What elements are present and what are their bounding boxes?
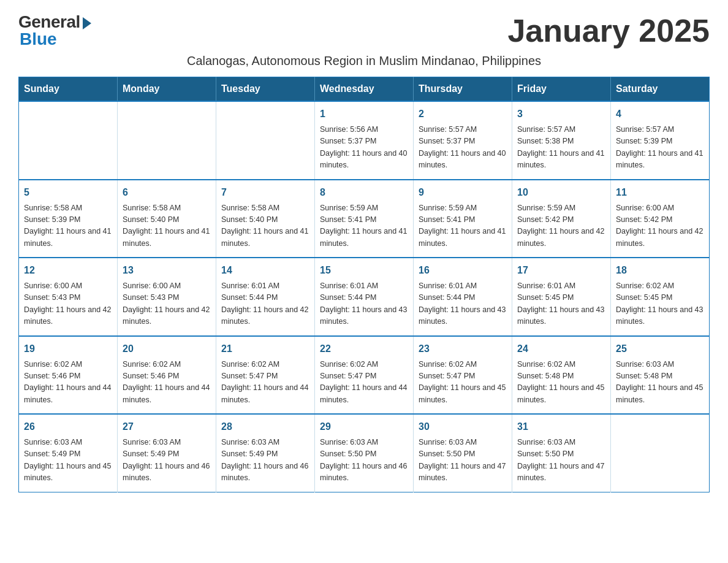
logo-arrow-icon bbox=[83, 17, 91, 29]
day-info: Sunrise: 6:03 AM Sunset: 5:49 PM Dayligh… bbox=[221, 437, 309, 484]
day-number: 14 bbox=[221, 263, 309, 278]
day-info: Sunrise: 6:03 AM Sunset: 5:49 PM Dayligh… bbox=[24, 437, 112, 484]
calendar-cell bbox=[611, 414, 710, 492]
day-number: 13 bbox=[123, 263, 211, 278]
calendar-cell: 28Sunrise: 6:03 AM Sunset: 5:49 PM Dayli… bbox=[216, 414, 315, 492]
day-info: Sunrise: 6:03 AM Sunset: 5:48 PM Dayligh… bbox=[616, 359, 704, 407]
calendar-week-3: 12Sunrise: 6:00 AM Sunset: 5:43 PM Dayli… bbox=[19, 258, 710, 336]
day-info: Sunrise: 5:57 AM Sunset: 5:39 PM Dayligh… bbox=[616, 124, 704, 172]
calendar-table: SundayMondayTuesdayWednesdayThursdayFrid… bbox=[18, 77, 710, 492]
calendar-cell: 5Sunrise: 5:58 AM Sunset: 5:39 PM Daylig… bbox=[19, 180, 118, 258]
calendar-week-4: 19Sunrise: 6:02 AM Sunset: 5:46 PM Dayli… bbox=[19, 336, 710, 415]
day-number: 10 bbox=[517, 185, 605, 200]
day-number: 6 bbox=[123, 185, 211, 200]
header-day-thursday: Thursday bbox=[414, 77, 512, 102]
day-number: 31 bbox=[517, 419, 605, 434]
day-info: Sunrise: 5:58 AM Sunset: 5:40 PM Dayligh… bbox=[123, 202, 211, 250]
day-number: 18 bbox=[616, 263, 704, 278]
day-info: Sunrise: 5:59 AM Sunset: 5:41 PM Dayligh… bbox=[320, 202, 408, 250]
page-title: January 2025 bbox=[507, 12, 710, 49]
day-info: Sunrise: 5:58 AM Sunset: 5:40 PM Dayligh… bbox=[221, 202, 309, 250]
header-day-friday: Friday bbox=[512, 77, 611, 102]
calendar-cell: 13Sunrise: 6:00 AM Sunset: 5:43 PM Dayli… bbox=[118, 258, 216, 336]
day-info: Sunrise: 6:01 AM Sunset: 5:44 PM Dayligh… bbox=[221, 280, 309, 328]
day-info: Sunrise: 6:03 AM Sunset: 5:49 PM Dayligh… bbox=[123, 437, 211, 484]
day-info: Sunrise: 6:02 AM Sunset: 5:46 PM Dayligh… bbox=[24, 359, 112, 407]
calendar-cell: 10Sunrise: 5:59 AM Sunset: 5:42 PM Dayli… bbox=[512, 180, 611, 258]
subtitle: Calanogas, Autonomous Region in Muslim M… bbox=[18, 54, 710, 68]
day-info: Sunrise: 6:01 AM Sunset: 5:44 PM Dayligh… bbox=[419, 280, 507, 328]
day-number: 11 bbox=[616, 185, 704, 200]
day-info: Sunrise: 5:56 AM Sunset: 5:37 PM Dayligh… bbox=[320, 124, 408, 172]
header-day-wednesday: Wednesday bbox=[315, 77, 414, 102]
day-number: 29 bbox=[320, 419, 408, 434]
day-number: 24 bbox=[517, 342, 605, 356]
day-number: 30 bbox=[419, 419, 507, 434]
day-number: 25 bbox=[616, 342, 704, 356]
day-info: Sunrise: 6:00 AM Sunset: 5:43 PM Dayligh… bbox=[24, 280, 112, 328]
day-number: 26 bbox=[24, 419, 112, 434]
header-day-tuesday: Tuesday bbox=[216, 77, 315, 102]
day-number: 5 bbox=[24, 185, 112, 200]
day-info: Sunrise: 6:02 AM Sunset: 5:48 PM Dayligh… bbox=[517, 359, 605, 407]
day-info: Sunrise: 6:02 AM Sunset: 5:46 PM Dayligh… bbox=[123, 359, 211, 407]
day-number: 19 bbox=[24, 342, 112, 356]
calendar-cell: 8Sunrise: 5:59 AM Sunset: 5:41 PM Daylig… bbox=[315, 180, 414, 258]
day-number: 8 bbox=[320, 185, 408, 200]
day-info: Sunrise: 5:59 AM Sunset: 5:41 PM Dayligh… bbox=[419, 202, 507, 250]
calendar-cell: 17Sunrise: 6:01 AM Sunset: 5:45 PM Dayli… bbox=[512, 258, 611, 336]
calendar-cell: 26Sunrise: 6:03 AM Sunset: 5:49 PM Dayli… bbox=[19, 414, 118, 492]
calendar-week-2: 5Sunrise: 5:58 AM Sunset: 5:39 PM Daylig… bbox=[19, 180, 710, 258]
day-number: 15 bbox=[320, 263, 408, 278]
calendar-cell: 14Sunrise: 6:01 AM Sunset: 5:44 PM Dayli… bbox=[216, 258, 315, 336]
day-number: 4 bbox=[616, 107, 704, 121]
day-info: Sunrise: 6:02 AM Sunset: 5:45 PM Dayligh… bbox=[616, 280, 704, 328]
day-info: Sunrise: 5:57 AM Sunset: 5:37 PM Dayligh… bbox=[419, 124, 507, 172]
calendar-cell: 11Sunrise: 6:00 AM Sunset: 5:42 PM Dayli… bbox=[611, 180, 710, 258]
day-info: Sunrise: 6:02 AM Sunset: 5:47 PM Dayligh… bbox=[320, 359, 408, 407]
header-day-sunday: Sunday bbox=[19, 77, 118, 102]
day-info: Sunrise: 6:03 AM Sunset: 5:50 PM Dayligh… bbox=[320, 437, 408, 484]
day-info: Sunrise: 5:59 AM Sunset: 5:42 PM Dayligh… bbox=[517, 202, 605, 250]
calendar-cell: 27Sunrise: 6:03 AM Sunset: 5:49 PM Dayli… bbox=[118, 414, 216, 492]
day-number: 22 bbox=[320, 342, 408, 356]
day-number: 23 bbox=[419, 342, 507, 356]
day-number: 9 bbox=[419, 185, 507, 200]
header-day-monday: Monday bbox=[118, 77, 216, 102]
header-day-saturday: Saturday bbox=[611, 77, 710, 102]
calendar-cell: 23Sunrise: 6:02 AM Sunset: 5:47 PM Dayli… bbox=[414, 336, 512, 415]
calendar-cell: 19Sunrise: 6:02 AM Sunset: 5:46 PM Dayli… bbox=[19, 336, 118, 415]
day-number: 28 bbox=[221, 419, 309, 434]
day-number: 20 bbox=[123, 342, 211, 356]
calendar-cell: 21Sunrise: 6:02 AM Sunset: 5:47 PM Dayli… bbox=[216, 336, 315, 415]
day-info: Sunrise: 6:01 AM Sunset: 5:45 PM Dayligh… bbox=[517, 280, 605, 328]
calendar-cell: 4Sunrise: 5:57 AM Sunset: 5:39 PM Daylig… bbox=[611, 101, 710, 180]
calendar-cell: 12Sunrise: 6:00 AM Sunset: 5:43 PM Dayli… bbox=[19, 258, 118, 336]
calendar-cell: 6Sunrise: 5:58 AM Sunset: 5:40 PM Daylig… bbox=[118, 180, 216, 258]
calendar-cell bbox=[118, 101, 216, 180]
day-info: Sunrise: 6:03 AM Sunset: 5:50 PM Dayligh… bbox=[419, 437, 507, 484]
calendar-cell: 30Sunrise: 6:03 AM Sunset: 5:50 PM Dayli… bbox=[414, 414, 512, 492]
calendar-cell: 18Sunrise: 6:02 AM Sunset: 5:45 PM Dayli… bbox=[611, 258, 710, 336]
calendar-week-1: 1Sunrise: 5:56 AM Sunset: 5:37 PM Daylig… bbox=[19, 101, 710, 180]
day-info: Sunrise: 6:02 AM Sunset: 5:47 PM Dayligh… bbox=[419, 359, 507, 407]
calendar-cell: 31Sunrise: 6:03 AM Sunset: 5:50 PM Dayli… bbox=[512, 414, 611, 492]
calendar-cell: 1Sunrise: 5:56 AM Sunset: 5:37 PM Daylig… bbox=[315, 101, 414, 180]
day-number: 27 bbox=[123, 419, 211, 434]
calendar-cell bbox=[216, 101, 315, 180]
day-info: Sunrise: 6:02 AM Sunset: 5:47 PM Dayligh… bbox=[221, 359, 309, 407]
calendar-week-5: 26Sunrise: 6:03 AM Sunset: 5:49 PM Dayli… bbox=[19, 414, 710, 492]
calendar-header-row: SundayMondayTuesdayWednesdayThursdayFrid… bbox=[19, 77, 710, 102]
day-info: Sunrise: 5:58 AM Sunset: 5:39 PM Dayligh… bbox=[24, 202, 112, 250]
calendar-cell: 24Sunrise: 6:02 AM Sunset: 5:48 PM Dayli… bbox=[512, 336, 611, 415]
day-number: 3 bbox=[517, 107, 605, 121]
header-area: General Blue January 2025 bbox=[18, 12, 710, 49]
day-number: 7 bbox=[221, 185, 309, 200]
calendar-cell bbox=[19, 101, 118, 180]
logo-blue-text: Blue bbox=[20, 29, 57, 49]
calendar-cell: 25Sunrise: 6:03 AM Sunset: 5:48 PM Dayli… bbox=[611, 336, 710, 415]
logo: General Blue bbox=[18, 12, 91, 49]
calendar-cell: 2Sunrise: 5:57 AM Sunset: 5:37 PM Daylig… bbox=[414, 101, 512, 180]
day-number: 16 bbox=[419, 263, 507, 278]
day-info: Sunrise: 6:00 AM Sunset: 5:43 PM Dayligh… bbox=[123, 280, 211, 328]
